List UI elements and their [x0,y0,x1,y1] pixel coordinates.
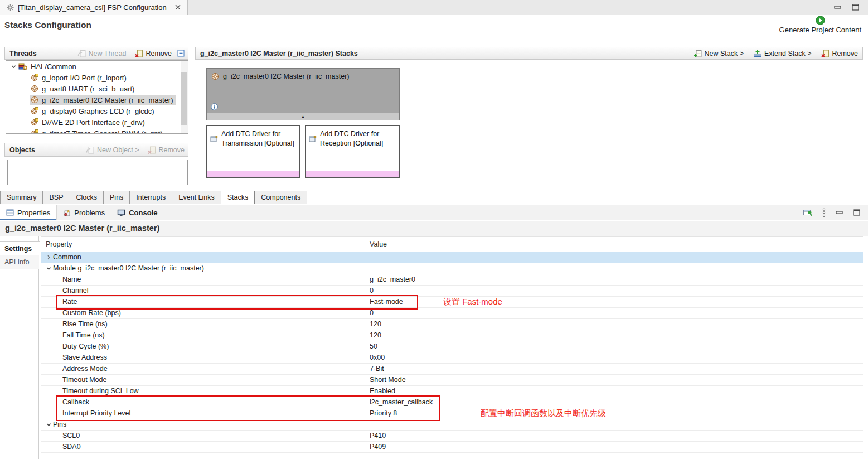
property-value[interactable]: 120 [370,330,381,341]
property-row-scl0[interactable]: SCL0P410 [41,431,863,442]
property-value[interactable]: 120 [370,319,381,330]
config-tab-bsp[interactable]: BSP [42,191,70,204]
editor-tab-fsp-configuration[interactable]: [Titan_display_camera_csi] FSP Configura… [0,0,188,15]
thread-item-label: g_timer7 Timer, General PWM (r_gpt) [42,129,163,134]
extend-stack-icon [754,50,762,57]
properties-icon [6,209,14,216]
property-row-fall-time-ns[interactable]: Fall Time (ns)120 [41,330,863,341]
config-tab-summary[interactable]: Summary [0,191,43,204]
side-tab-settings[interactable]: Settings [0,241,40,255]
thread-item-d-ave-2d-port-interface-r-drw-[interactable]: D/AVE 2D Port Interface (r_drw) [6,117,188,128]
side-tab-api-info[interactable]: API Info [0,255,39,269]
stack-module-i2c-master[interactable]: g_i2c_master0 I2C Master (r_iic_master) … [206,68,400,120]
thread-item-g-i2c-master0-i2c-master-r-iic-master-[interactable]: g_i2c_master0 I2C Master (r_iic_master) [6,94,188,105]
property-row-timeout-mode[interactable]: Timeout ModeShort Mode [41,375,863,386]
chevron-down-icon[interactable] [46,266,51,271]
property-row-interrupt-priority-level[interactable]: Interrupt Priority LevelPriority 8 [41,408,863,419]
property-row-channel[interactable]: Channel0 [41,286,863,297]
property-name: Channel [62,286,89,296]
property-value[interactable]: Fast-mode [370,297,403,307]
threads-title: Threads [9,50,37,57]
chevron-down-icon[interactable] [46,422,51,427]
stack-add-dtc-transmission[interactable]: Add DTC Driver for Transmission [Optiona… [206,125,300,178]
property-value[interactable]: g_i2c_master0 [370,274,415,285]
config-tab-components[interactable]: Components [254,191,307,204]
property-row-sda0[interactable]: SDA0P409 [41,442,863,453]
property-value[interactable]: 50 [370,341,377,352]
property-value[interactable]: Enabled [370,386,395,397]
property-row-custom-rate-bps[interactable]: Custom Rate (bps)0 [41,308,863,319]
properties-table: Property Value CommonModule g_i2c_master… [41,236,863,459]
remove-stack-button[interactable]: Remove [821,50,858,57]
remove-thread-button[interactable]: Remove [135,50,172,57]
property-name: Address Mode [62,364,108,374]
thread-item-g-timer7-timer-general-pwm-r-gpt-[interactable]: g_timer7 Timer, General PWM (r_gpt) [6,128,188,134]
remove-icon [821,50,829,57]
thread-item-g-display0-graphics-lcd-r-glcdc-[interactable]: g_display0 Graphics LCD (r_glcdc) [6,105,188,117]
property-row-callback[interactable]: Callbacki2c_master_callback [41,397,863,408]
remove-stack-label: Remove [832,50,858,57]
config-tab-interrupts[interactable]: Interrupts [129,191,172,204]
stack-add-dtc-reception[interactable]: Add DTC Driver for Reception [Optional] [305,125,400,178]
property-row-empty[interactable] [41,453,863,459]
property-name: Name [62,274,81,285]
remove-object-button[interactable]: Remove [148,146,185,154]
config-tab-event-links[interactable]: Event Links [172,191,221,204]
config-tab-pins[interactable]: Pins [103,191,130,204]
add-module-icon [210,129,218,148]
threads-tree[interactable]: HAL/Commong_ioport I/O Port (r_ioport)g_… [6,60,188,134]
property-row-name[interactable]: Nameg_i2c_master0 [41,274,863,286]
new-object-button[interactable]: New Object > [86,146,139,154]
new-thread-button[interactable]: New Thread [77,50,127,57]
info-icon[interactable] [211,103,218,110]
collapse-all-icon[interactable] [177,50,185,57]
property-row-module-g-i2c-master0-i2c-master-r-iic-master[interactable]: Module g_i2c_master0 I2C Master (r_iic_m… [41,263,863,274]
property-value[interactable]: P409 [370,442,386,452]
minimize-view-icon[interactable] [836,210,843,215]
pin-view-icon[interactable] [803,209,812,216]
property-row-common[interactable]: Common [41,252,863,263]
close-icon[interactable] [175,4,181,10]
new-stack-button[interactable]: New Stack > [694,50,744,57]
property-value[interactable]: 0 [370,286,374,296]
property-row-pins[interactable]: Pins [41,419,863,431]
optional-strip [207,171,299,177]
stack-collapse-strip[interactable]: ▲ [207,113,399,120]
thread-item-g-ioport-i-o-port-r-ioport-[interactable]: g_ioport I/O Port (r_ioport) [6,72,188,83]
property-value[interactable]: 7-Bit [370,364,384,374]
thread-item-hal-common[interactable]: HAL/Common [6,61,188,72]
minimize-icon[interactable] [834,4,842,10]
scrollbar-thumb[interactable] [181,72,187,125]
chevron-right-icon[interactable] [46,255,51,260]
maximize-view-icon[interactable] [853,209,860,216]
property-value[interactable]: i2c_master_callback [370,397,433,408]
config-tab-stacks[interactable]: Stacks [221,191,255,204]
property-value[interactable]: P410 [370,431,386,441]
maximize-icon[interactable] [852,4,859,11]
property-value[interactable]: 0x00 [370,352,385,363]
property-row-duty-cycle[interactable]: Duty Cycle (%)50 [41,341,863,352]
generate-project-content-button[interactable]: Generate Project Content [779,16,861,34]
tab-problems[interactable]: Problems [57,205,111,220]
objects-panel-header: Objects New Object > Remove [4,143,188,157]
chevron-down-icon[interactable] [10,64,17,69]
thread-item-g-uart8-uart-r-sci-b-uart-[interactable]: g_uart8 UART (r_sci_b_uart) [6,83,188,94]
objects-list[interactable] [7,160,188,185]
property-row-rise-time-ns[interactable]: Rise Time (ns)120 [41,319,863,330]
property-value[interactable]: 0 [370,308,374,318]
triangle-up-icon: ▲ [301,114,306,119]
threads-scrollbar[interactable] [181,61,188,133]
view-menu-icon[interactable] [822,208,826,218]
window-controls [834,0,868,15]
extend-stack-button[interactable]: Extend Stack > [754,50,811,57]
property-row-address-mode[interactable]: Address Mode7-Bit [41,364,863,375]
tab-properties[interactable]: Properties [0,205,57,220]
property-value[interactable]: Short Mode [370,375,406,385]
property-value[interactable]: Priority 8 [370,408,397,419]
property-row-timeout-during-scl-low[interactable]: Timeout during SCL LowEnabled [41,386,863,397]
config-tab-clocks[interactable]: Clocks [70,191,104,204]
tab-console[interactable]: Console [111,205,163,220]
new-thread-label: New Thread [89,50,127,57]
property-row-slave-address[interactable]: Slave Address0x00 [41,352,863,364]
property-name: Callback [62,397,89,408]
